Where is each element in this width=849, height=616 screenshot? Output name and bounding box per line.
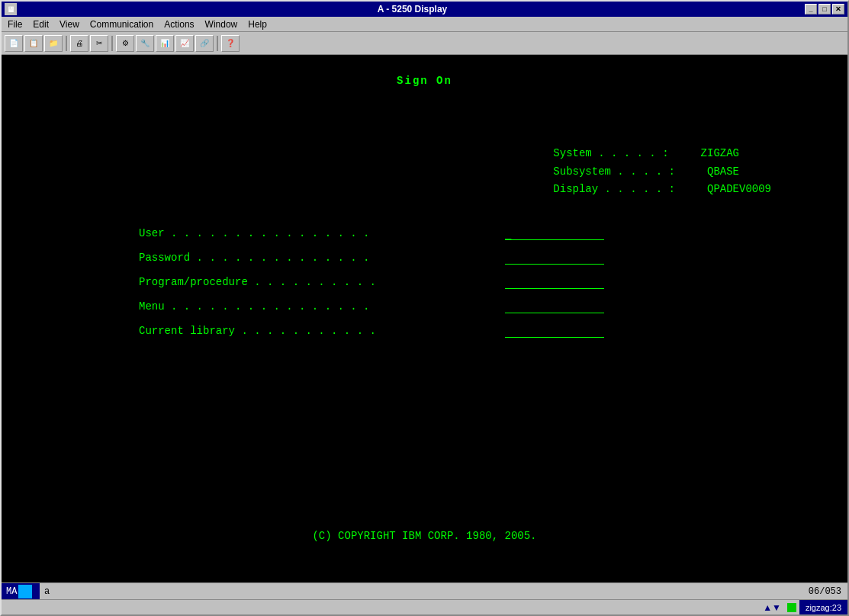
status-char: a bbox=[40, 586, 54, 597]
window-icon: 🖥 bbox=[5, 3, 17, 15]
scroll-arrows[interactable]: ▲ ▼ bbox=[763, 602, 781, 613]
library-field-row: Current library . . . . . . . . . . . bbox=[139, 324, 604, 339]
scroll-up-icon[interactable]: ▲ bbox=[763, 602, 772, 613]
menu-bar: File Edit View Communication Actions Win… bbox=[2, 17, 847, 32]
toolbar-data[interactable]: 📊 bbox=[156, 35, 174, 52]
toolbar-tools[interactable]: 🔧 bbox=[136, 35, 154, 52]
program-field-row: Program/procedure . . . . . . . . . . bbox=[139, 275, 604, 290]
status-mode: MA bbox=[2, 583, 40, 599]
menu-view[interactable]: View bbox=[55, 18, 84, 31]
program-label: Program/procedure . . . . . . . . . . bbox=[139, 275, 505, 290]
menu-edit[interactable]: Edit bbox=[28, 18, 53, 31]
password-input-underline bbox=[505, 252, 604, 265]
copyright-text: (C) COPYRIGHT IBM CORP. 1980, 2005. bbox=[17, 529, 832, 544]
field-area: User . . . . . . . . . . . . . . . . _ P… bbox=[139, 226, 604, 348]
menu-field-row: Menu . . . . . . . . . . . . . . . . bbox=[139, 300, 604, 315]
menu-communication[interactable]: Communication bbox=[85, 18, 158, 31]
toolbar-open[interactable]: 📁 bbox=[44, 35, 63, 52]
toolbar-new[interactable]: 📄 bbox=[5, 35, 23, 52]
terminal-display: Sign On System . . . . . : ZIGZAG Subsys… bbox=[2, 55, 847, 582]
title-bar: 🖥 A - 5250 Display _ □ ✕ bbox=[2, 2, 847, 17]
close-button[interactable]: ✕ bbox=[832, 4, 844, 14]
toolbar-settings[interactable]: ⚙ bbox=[116, 35, 134, 52]
toolbar-chart[interactable]: 📈 bbox=[175, 35, 194, 52]
toolbar-sep2 bbox=[111, 36, 113, 51]
system-value: ZIGZAG bbox=[701, 147, 739, 159]
toolbar-cut[interactable]: ✂ bbox=[90, 35, 108, 52]
system-info-block: System . . . . . : ZIGZAG Subsystem . . … bbox=[553, 146, 771, 201]
scroll-down-icon[interactable]: ▼ bbox=[772, 602, 781, 613]
terminal-screen: Sign On System . . . . . : ZIGZAG Subsys… bbox=[17, 74, 832, 582]
sign-on-title: Sign On bbox=[17, 74, 832, 89]
window-title: A - 5250 Display bbox=[20, 4, 805, 14]
menu-input-underline bbox=[505, 301, 604, 313]
toolbar-link[interactable]: 🔗 bbox=[195, 35, 214, 52]
user-label: User . . . . . . . . . . . . . . . . bbox=[139, 226, 505, 242]
password-field-row: Password . . . . . . . . . . . . . . bbox=[139, 251, 604, 266]
toolbar-help[interactable]: ❓ bbox=[221, 35, 240, 52]
menu-file[interactable]: File bbox=[3, 18, 27, 31]
toolbar-print[interactable]: 🖨 bbox=[70, 35, 88, 52]
title-bar-controls: _ □ ✕ bbox=[805, 4, 844, 14]
toolbar-sep3 bbox=[217, 36, 218, 51]
connection-status-icon bbox=[787, 603, 796, 612]
system-label: System . . . . . : bbox=[553, 147, 668, 159]
server-name: zigzag:23 bbox=[799, 600, 847, 614]
display-value: QPADEV0009 bbox=[707, 183, 771, 195]
subsystem-label: Subsystem . . . . : bbox=[553, 165, 675, 178]
user-cursor-indicator: _ bbox=[505, 229, 511, 241]
connection-bar: ▲ ▼ zigzag:23 bbox=[2, 599, 847, 614]
toolbar-sep1 bbox=[66, 36, 67, 51]
status-cursor-block bbox=[18, 585, 32, 598]
maximize-button[interactable]: □ bbox=[818, 4, 831, 14]
status-page-info: 06/053 bbox=[809, 586, 847, 597]
user-input-underline: _ bbox=[505, 228, 604, 240]
library-label: Current library . . . . . . . . . . . bbox=[139, 324, 505, 339]
program-input-underline bbox=[505, 277, 604, 289]
library-input-underline bbox=[505, 326, 604, 338]
display-line: Display . . . . . : QPADEV0009 bbox=[553, 182, 771, 197]
system-line: System . . . . . : ZIGZAG bbox=[553, 146, 771, 162]
main-window: 🖥 A - 5250 Display _ □ ✕ File Edit View … bbox=[0, 0, 849, 616]
menu-window[interactable]: Window bbox=[201, 18, 243, 31]
toolbar-copy[interactable]: 📋 bbox=[24, 35, 43, 52]
menu-label: Menu . . . . . . . . . . . . . . . . bbox=[139, 300, 505, 315]
status-mode-text: MA bbox=[6, 586, 17, 597]
menu-help[interactable]: Help bbox=[243, 18, 272, 31]
display-label: Display . . . . . : bbox=[553, 183, 675, 195]
toolbar: 📄 📋 📁 🖨 ✂ ⚙ 🔧 📊 📈 🔗 ❓ bbox=[2, 32, 847, 55]
user-field-row: User . . . . . . . . . . . . . . . . _ bbox=[139, 226, 604, 242]
status-bar: MA a 06/053 bbox=[2, 582, 847, 599]
minimize-button[interactable]: _ bbox=[805, 4, 817, 14]
password-label: Password . . . . . . . . . . . . . . bbox=[139, 251, 505, 266]
subsystem-value: QBASE bbox=[707, 165, 739, 178]
menu-actions[interactable]: Actions bbox=[159, 18, 198, 31]
subsystem-line: Subsystem . . . . : QBASE bbox=[553, 165, 771, 180]
